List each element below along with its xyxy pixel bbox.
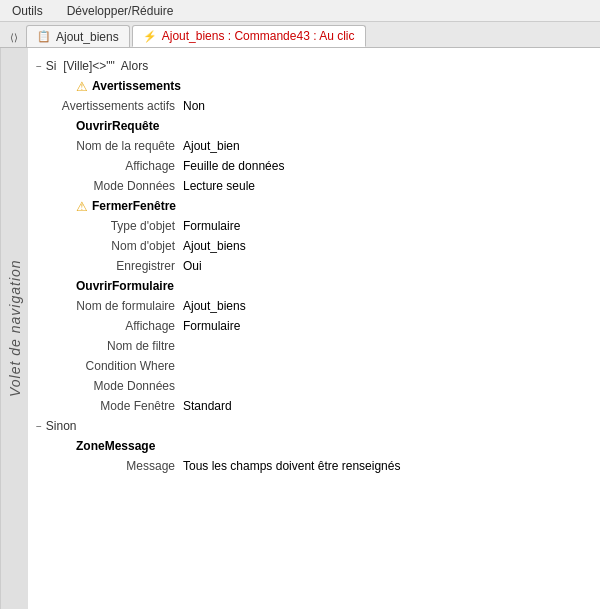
tab-nav-button[interactable]: ⟨⟩ (4, 27, 24, 47)
nom-filtre-row: Nom de filtre (28, 336, 600, 356)
nom-requete-val: Ajout_bien (183, 139, 240, 153)
si-condition-text: Si [Ville]<>"" Alors (46, 59, 148, 73)
form-icon: 📋 (37, 30, 51, 43)
nom-formulaire-key: Nom de formulaire (28, 299, 183, 313)
avert-actifs-row: Avertissements actifs Non (28, 96, 600, 116)
nom-objet-key: Nom d'objet (28, 239, 183, 253)
affichage2-row: Affichage Formulaire (28, 316, 600, 336)
ouvrir-formulaire-row[interactable]: OuvrirFormulaire (28, 276, 600, 296)
sinon-row[interactable]: − Sinon (28, 416, 600, 436)
nom-requete-key: Nom de la requête (28, 139, 183, 153)
affichage2-val: Formulaire (183, 319, 240, 333)
nom-objet-val: Ajout_biens (183, 239, 246, 253)
zone-message-label: ZoneMessage (76, 439, 155, 453)
nom-objet-row: Nom d'objet Ajout_biens (28, 236, 600, 256)
ouvrir-requete-row[interactable]: OuvrirRequête (28, 116, 600, 136)
message-key: Message (28, 459, 183, 473)
affichage2-key: Affichage (28, 319, 183, 333)
zone-message-row[interactable]: ZoneMessage (28, 436, 600, 456)
message-row: Message Tous les champs doivent être ren… (28, 456, 600, 476)
menu-bar: Outils Développer/Réduire (0, 0, 600, 22)
enregistrer-row: Enregistrer Oui (28, 256, 600, 276)
avert-actifs-key: Avertissements actifs (28, 99, 183, 113)
macro-icon: ⚡ (143, 30, 157, 43)
fermer-fenetre-label: FermerFenêtre (92, 199, 176, 213)
message-val: Tous les champs doivent être renseignés (183, 459, 400, 473)
avertissements-label: Avertissements (92, 79, 181, 93)
mode-donnees2-key: Mode Données (28, 379, 183, 393)
affichage-val: Feuille de données (183, 159, 284, 173)
condition-where-row: Condition Where (28, 356, 600, 376)
type-objet-row: Type d'objet Formulaire (28, 216, 600, 236)
avertissements-row[interactable]: ⚠ Avertissements (28, 76, 600, 96)
tab-bar: ⟨⟩ 📋 Ajout_biens ⚡ Ajout_biens : Command… (0, 22, 600, 48)
tab-ajout-biens-form[interactable]: 📋 Ajout_biens (26, 25, 130, 47)
main-area: Volet de navigation − Si [Ville]<>"" Alo… (0, 48, 600, 609)
mode-fenetre-key: Mode Fenêtre (28, 399, 183, 413)
mode-donnees-row: Mode Données Lecture seule (28, 176, 600, 196)
fermer-fenetre-row[interactable]: ⚠ FermerFenêtre (28, 196, 600, 216)
tab-label-form: Ajout_biens (56, 30, 119, 44)
ouvrir-requete-label: OuvrirRequête (76, 119, 159, 133)
enregistrer-val: Oui (183, 259, 202, 273)
tab-ajout-biens-macro[interactable]: ⚡ Ajout_biens : Commande43 : Au clic (132, 25, 366, 47)
nom-formulaire-row: Nom de formulaire Ajout_biens (28, 296, 600, 316)
warning-icon-avert: ⚠ (76, 79, 88, 94)
content-panel: − Si [Ville]<>"" Alors ⚠ Avertissements … (28, 48, 600, 609)
sinon-label: Sinon (46, 419, 77, 433)
sinon-expand-icon[interactable]: − (36, 421, 42, 432)
enregistrer-key: Enregistrer (28, 259, 183, 273)
warning-icon-fermer: ⚠ (76, 199, 88, 214)
mode-fenetre-val: Standard (183, 399, 232, 413)
condition-where-key: Condition Where (28, 359, 183, 373)
nom-requete-row: Nom de la requête Ajout_bien (28, 136, 600, 156)
si-condition-row[interactable]: − Si [Ville]<>"" Alors (28, 56, 600, 76)
tab-label-macro: Ajout_biens : Commande43 : Au clic (162, 29, 355, 43)
affichage-row: Affichage Feuille de données (28, 156, 600, 176)
menu-developer[interactable]: Développer/Réduire (55, 2, 186, 20)
sidebar-label: Volet de navigation (0, 48, 28, 609)
nom-filtre-key: Nom de filtre (28, 339, 183, 353)
avert-actifs-val: Non (183, 99, 205, 113)
nom-formulaire-val: Ajout_biens (183, 299, 246, 313)
type-objet-key: Type d'objet (28, 219, 183, 233)
mode-donnees-val: Lecture seule (183, 179, 255, 193)
affichage-key: Affichage (28, 159, 183, 173)
type-objet-val: Formulaire (183, 219, 240, 233)
menu-outils[interactable]: Outils (0, 2, 55, 20)
mode-donnees2-row: Mode Données (28, 376, 600, 396)
si-expand-icon[interactable]: − (36, 61, 42, 72)
mode-fenetre-row: Mode Fenêtre Standard (28, 396, 600, 416)
ouvrir-formulaire-label: OuvrirFormulaire (76, 279, 174, 293)
mode-donnees-key: Mode Données (28, 179, 183, 193)
